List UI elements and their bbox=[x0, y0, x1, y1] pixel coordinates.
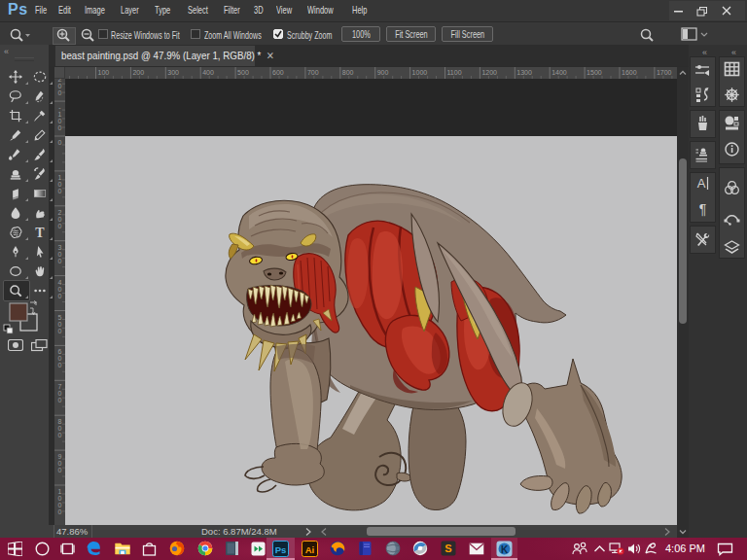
svg-text:¶: ¶ bbox=[699, 201, 707, 217]
svg-text:0: 0 bbox=[58, 355, 62, 362]
svg-text:S: S bbox=[445, 542, 451, 554]
svg-text:1500: 1500 bbox=[587, 69, 602, 76]
svg-text:1200: 1200 bbox=[481, 69, 497, 76]
svg-text:0: 0 bbox=[58, 293, 62, 299]
svg-text:0: 0 bbox=[58, 390, 62, 397]
svg-text:A: A bbox=[697, 176, 706, 191]
svg-text:0: 0 bbox=[58, 467, 62, 473]
svg-text:1: 1 bbox=[58, 174, 62, 181]
svg-text:1100: 1100 bbox=[447, 69, 462, 76]
svg-text:500: 500 bbox=[237, 69, 249, 76]
svg-text:0: 0 bbox=[58, 118, 62, 124]
svg-text:1600: 1600 bbox=[622, 69, 637, 76]
svg-text:0: 0 bbox=[58, 89, 62, 96]
svg-text:0: 0 bbox=[58, 362, 62, 368]
svg-text:0: 0 bbox=[58, 495, 62, 502]
svg-text:-: - bbox=[58, 104, 61, 111]
svg-text:1: 1 bbox=[58, 488, 62, 495]
svg-text:4: 4 bbox=[58, 279, 62, 286]
svg-text:Ps: Ps bbox=[275, 544, 287, 555]
svg-text:5: 5 bbox=[58, 314, 62, 321]
svg-text:0: 0 bbox=[58, 181, 62, 188]
svg-text:0: 0 bbox=[58, 460, 62, 467]
svg-text:3: 3 bbox=[58, 244, 62, 251]
svg-text:0: 0 bbox=[58, 321, 62, 328]
svg-text:0: 0 bbox=[58, 425, 62, 432]
svg-text:2: 2 bbox=[58, 209, 62, 216]
svg-text:Ai: Ai bbox=[305, 544, 315, 555]
svg-text:0: 0 bbox=[58, 223, 62, 229]
svg-text:900: 900 bbox=[377, 69, 389, 76]
svg-text:0: 0 bbox=[58, 258, 62, 264]
svg-text:700: 700 bbox=[307, 69, 319, 76]
svg-text:300: 300 bbox=[167, 69, 179, 76]
svg-text:1700: 1700 bbox=[657, 69, 672, 76]
svg-text:0: 0 bbox=[58, 124, 62, 131]
svg-text:9: 9 bbox=[58, 453, 62, 460]
svg-text:100: 100 bbox=[98, 69, 110, 76]
svg-text:0: 0 bbox=[58, 286, 62, 293]
svg-text:0: 0 bbox=[58, 139, 62, 146]
svg-text:0: 0 bbox=[58, 188, 62, 194]
svg-text:0: 0 bbox=[58, 508, 62, 515]
svg-text:7: 7 bbox=[58, 383, 62, 390]
svg-text:400: 400 bbox=[202, 69, 214, 76]
svg-text:1400: 1400 bbox=[551, 69, 567, 76]
svg-text:1: 1 bbox=[58, 111, 62, 118]
svg-text:0: 0 bbox=[58, 328, 62, 334]
svg-text:800: 800 bbox=[342, 69, 354, 76]
svg-text:K: K bbox=[501, 544, 509, 555]
svg-text:0: 0 bbox=[58, 251, 62, 258]
svg-text:T: T bbox=[35, 226, 45, 239]
svg-text:0: 0 bbox=[58, 83, 62, 89]
svg-text:0: 0 bbox=[58, 502, 62, 508]
svg-text:200: 200 bbox=[132, 69, 144, 76]
svg-text:0: 0 bbox=[58, 216, 62, 223]
svg-text:1000: 1000 bbox=[412, 69, 428, 76]
svg-text:8: 8 bbox=[58, 418, 62, 425]
svg-text:0: 0 bbox=[58, 397, 62, 403]
svg-text:600: 600 bbox=[272, 69, 284, 76]
svg-text:6: 6 bbox=[58, 348, 62, 355]
svg-text:1300: 1300 bbox=[516, 69, 532, 76]
svg-text:0: 0 bbox=[58, 432, 62, 438]
